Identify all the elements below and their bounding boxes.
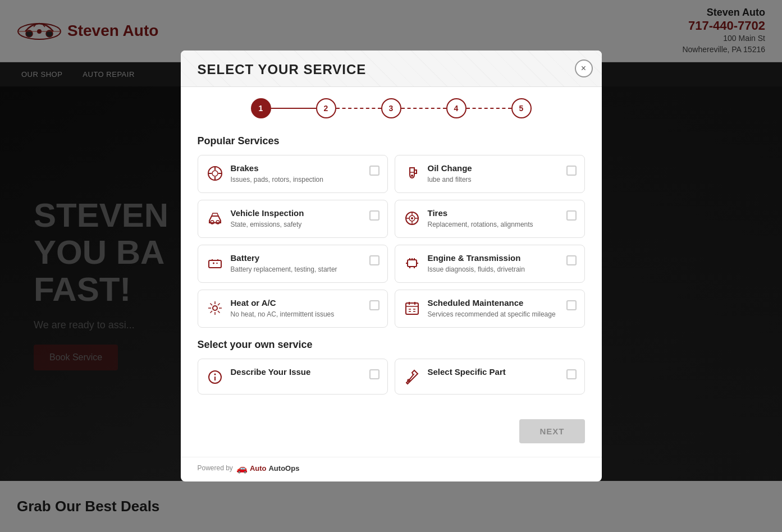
modal-close-button[interactable]: ×: [575, 59, 593, 77]
svg-line-42: [210, 303, 212, 305]
engine-info: Engine & Transmission Issue diagnosis, f…: [428, 253, 560, 274]
scheduled-maintenance-checkbox[interactable]: [566, 300, 577, 310]
vehicle-inspection-checkbox[interactable]: [369, 210, 379, 221]
service-card-select-part[interactable]: Select Specific Part: [395, 359, 585, 395]
modal-body: Popular Services: [181, 124, 602, 419]
service-card-hvac[interactable]: Heat or A/C No heat, no AC, intermittent…: [198, 290, 388, 328]
service-card-engine[interactable]: Engine & Transmission Issue diagnosis, f…: [395, 245, 585, 283]
battery-name: Battery: [231, 253, 363, 263]
step-line-1-2: [271, 108, 316, 109]
battery-checkbox[interactable]: [369, 255, 379, 265]
svg-rect-23: [209, 260, 221, 268]
svg-point-6: [212, 171, 218, 176]
oil-change-icon: [403, 164, 421, 182]
tires-name: Tires: [428, 208, 560, 218]
step-3: 3: [381, 98, 401, 118]
svg-line-44: [218, 303, 220, 305]
modal-title: SELECT YOUR SERVICE: [198, 62, 585, 77]
powered-by-section: Powered by 🚗 AutoAutoOps: [181, 457, 602, 481]
svg-rect-46: [406, 303, 418, 314]
scheduled-maintenance-desc: Services recommended at specific mileage: [428, 310, 560, 319]
step-1: 1: [251, 98, 271, 118]
battery-desc: Battery replacement, testing, starter: [231, 265, 363, 274]
engine-checkbox[interactable]: [566, 255, 577, 265]
describe-issue-name: Describe Your Issue: [231, 367, 363, 377]
select-part-checkbox[interactable]: [566, 369, 577, 379]
service-selection-modal: SELECT YOUR SERVICE × 1 2 3 4 5: [181, 51, 602, 481]
svg-point-57: [214, 373, 215, 374]
step-2: 2: [316, 98, 336, 118]
autoops-logo: 🚗 AutoAutoOps: [236, 463, 300, 474]
service-card-oil-change[interactable]: Oil Change lube and filters: [395, 155, 585, 193]
next-button[interactable]: NEXT: [519, 419, 584, 443]
describe-issue-checkbox[interactable]: [369, 369, 379, 379]
own-service-label: Select your own service: [198, 339, 585, 351]
oil-change-checkbox[interactable]: [566, 166, 577, 176]
vehicle-inspection-info: Vehicle Inspection State, emissions, saf…: [231, 208, 363, 230]
describe-issue-icon: [206, 368, 224, 386]
vehicle-inspection-name: Vehicle Inspection: [231, 208, 363, 218]
autoops-text: Auto: [250, 464, 267, 473]
select-part-icon: [403, 368, 421, 386]
hvac-icon: [206, 299, 224, 317]
service-card-tires[interactable]: Tires Replacement, rotations, alignments: [395, 200, 585, 238]
select-part-info: Select Specific Part: [428, 367, 560, 377]
popular-services-label: Popular Services: [198, 135, 585, 147]
service-card-scheduled-maintenance[interactable]: Scheduled Maintenance Services recommend…: [395, 290, 585, 328]
svg-point-12: [411, 175, 413, 177]
hvac-info: Heat or A/C No heat, no AC, intermittent…: [231, 298, 363, 319]
svg-line-43: [218, 311, 220, 313]
autoops-brand: AutoOps: [268, 464, 299, 473]
brakes-icon: [206, 164, 224, 182]
hvac-name: Heat or A/C: [231, 298, 363, 308]
svg-point-18: [411, 217, 413, 219]
svg-rect-29: [408, 260, 417, 267]
select-part-name: Select Specific Part: [428, 367, 560, 377]
service-card-describe-issue[interactable]: Describe Your Issue: [198, 359, 388, 395]
autoops-icon: 🚗: [236, 463, 248, 474]
modal-header: SELECT YOUR SERVICE ×: [181, 51, 602, 87]
brakes-name: Brakes: [231, 163, 363, 173]
step-line-4-5: [467, 108, 511, 109]
tires-desc: Replacement, rotations, alignments: [428, 220, 560, 230]
engine-desc: Issue diagnosis, fluids, drivetrain: [428, 265, 560, 274]
step-line-2-3: [336, 108, 381, 109]
brakes-info: Brakes Issues, pads, rotors, inspection: [231, 163, 363, 185]
service-card-brakes[interactable]: Brakes Issues, pads, rotors, inspection: [198, 155, 388, 193]
battery-info: Battery Battery replacement, testing, st…: [231, 253, 363, 274]
modal-footer: NEXT: [181, 419, 602, 457]
battery-icon: [206, 254, 224, 272]
describe-issue-info: Describe Your Issue: [231, 367, 363, 377]
progress-stepper: 1 2 3 4 5: [181, 87, 602, 124]
service-card-battery[interactable]: Battery Battery replacement, testing, st…: [198, 245, 388, 283]
powered-by-label: Powered by: [198, 464, 233, 472]
oil-change-info: Oil Change lube and filters: [428, 163, 560, 185]
oil-change-desc: lube and filters: [428, 175, 560, 185]
modal-overlay[interactable]: SELECT YOUR SERVICE × 1 2 3 4 5: [0, 0, 782, 532]
tires-checkbox[interactable]: [566, 210, 577, 221]
own-services-grid: Describe Your Issue Select Specifi: [198, 359, 585, 395]
step-5: 5: [511, 98, 532, 118]
brakes-desc: Issues, pads, rotors, inspection: [231, 175, 363, 185]
tires-info: Tires Replacement, rotations, alignments: [428, 208, 560, 230]
vehicle-inspection-desc: State, emissions, safety: [231, 220, 363, 230]
step-line-3-4: [401, 108, 446, 109]
oil-change-name: Oil Change: [428, 163, 560, 173]
scheduled-maintenance-icon: [403, 299, 421, 317]
svg-point-37: [213, 306, 217, 310]
engine-name: Engine & Transmission: [428, 253, 560, 263]
popular-services-grid: Brakes Issues, pads, rotors, inspection: [198, 155, 585, 327]
tires-icon: [403, 209, 421, 227]
service-card-vehicle-inspection[interactable]: Vehicle Inspection State, emissions, saf…: [198, 200, 388, 238]
engine-transmission-icon: [403, 254, 421, 272]
hvac-desc: No heat, no AC, intermittent issues: [231, 310, 363, 319]
step-4: 4: [446, 98, 467, 118]
svg-line-59: [413, 374, 414, 375]
vehicle-inspection-icon: [206, 209, 224, 227]
brakes-checkbox[interactable]: [369, 166, 379, 176]
hvac-checkbox[interactable]: [369, 300, 379, 310]
scheduled-maintenance-info: Scheduled Maintenance Services recommend…: [428, 298, 560, 319]
scheduled-maintenance-name: Scheduled Maintenance: [428, 298, 560, 308]
svg-line-45: [210, 311, 212, 313]
